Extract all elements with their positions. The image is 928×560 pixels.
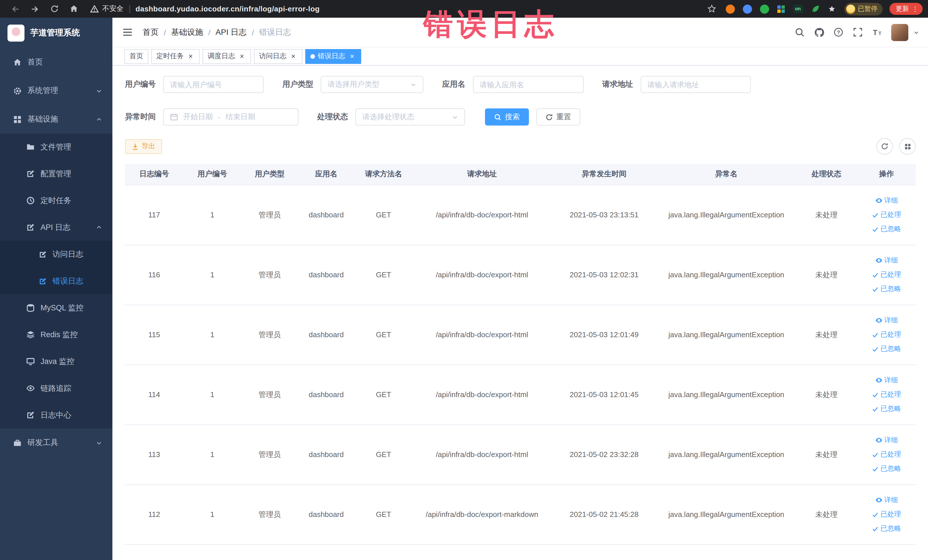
sidebar-item-dev-tools[interactable]: 研发工具	[0, 429, 112, 457]
tab-close-icon[interactable]: ×	[289, 52, 297, 60]
request-url-input[interactable]	[640, 76, 751, 93]
tab-dispatch-log[interactable]: 调度日志 ×	[203, 49, 251, 64]
export-button[interactable]: 导出	[125, 139, 162, 154]
sidebar-item-error-log[interactable]: 错误日志	[0, 268, 112, 294]
sidebar-item-scheduled-task[interactable]: 定时任务	[0, 187, 112, 214]
bookmark-star-icon[interactable]	[707, 4, 717, 14]
user-type-select[interactable]: 请选择用户类型	[321, 76, 423, 93]
font-size-icon[interactable]: TT	[872, 27, 883, 38]
filter-row-1: 用户编号 用户类型 请选择用户类型 应用名	[125, 76, 916, 93]
url-bar[interactable]: dashboard.yudao.iocoder.cn/infra/log/api…	[136, 5, 320, 13]
tab-home[interactable]: 首页	[124, 49, 148, 64]
tab-error-log[interactable]: 错误日志 ×	[305, 49, 361, 64]
grid-icon	[13, 115, 22, 124]
sidebar-item-java-monitor[interactable]: Java 监控	[0, 348, 112, 375]
application-window: 不安全 dashboard.yudao.iocoder.cn/infra/log…	[0, 0, 928, 560]
refresh-table-button[interactable]	[876, 138, 893, 155]
search-button[interactable]: 搜索	[485, 108, 529, 125]
process-status-select[interactable]: 请选择处理状态	[356, 108, 465, 125]
breadcrumb-infrastructure[interactable]: 基础设施	[171, 27, 203, 37]
sidebar-item-access-log[interactable]: 访问日志	[0, 241, 112, 268]
cell-status: 未处理	[796, 245, 857, 305]
sidebar-item-mysql-monitor[interactable]: MySQL 监控	[0, 294, 112, 321]
action-processed-link[interactable]: 已处理	[872, 210, 901, 220]
sidebar-item-config-mgmt[interactable]: 配置管理	[0, 160, 112, 187]
cell-url: /api/infra/db-doc/export-html	[413, 424, 551, 484]
reset-button[interactable]: 重置	[536, 108, 580, 125]
action-processed-link[interactable]: 已处理	[872, 390, 901, 400]
extension-paw-icon[interactable]	[827, 5, 836, 13]
cell-method: GET	[354, 305, 413, 365]
app-logo[interactable]: 芋道管理系统	[0, 18, 112, 48]
action-detail-link[interactable]: 详细	[875, 196, 898, 205]
browser-menu-dots-icon[interactable]: ⋮	[912, 5, 919, 12]
briefcase-icon	[13, 438, 22, 447]
sidebar-item-system-mgmt[interactable]: 系统管理	[0, 76, 112, 105]
action-detail-link[interactable]: 详细	[875, 375, 898, 385]
column-settings-button[interactable]	[899, 138, 916, 155]
chevron-down-icon	[452, 114, 458, 120]
extension-grid-icon[interactable]	[777, 5, 785, 13]
action-processed-link[interactable]: 已处理	[872, 450, 901, 459]
user-id-input[interactable]	[163, 76, 264, 93]
action-detail-link[interactable]: 详细	[875, 316, 898, 325]
app-name-input[interactable]	[473, 76, 583, 93]
cell-status: 未处理	[796, 484, 857, 544]
action-processed-link[interactable]: 已处理	[872, 270, 901, 279]
tab-scheduled-task[interactable]: 定时任务 ×	[151, 49, 200, 64]
sidebar-collapse-icon[interactable]	[122, 26, 133, 38]
update-button[interactable]: 更新 ⋮	[890, 3, 923, 15]
action-ignored-link[interactable]: 已忽略	[872, 524, 901, 534]
action-ignored-link[interactable]: 已忽略	[872, 464, 901, 473]
cell-method: GET	[354, 484, 413, 544]
breadcrumb-api-log[interactable]: API 日志	[216, 27, 247, 37]
user-avatar[interactable]	[891, 24, 908, 41]
exception-time-range-picker[interactable]: 开始日期 - 结束日期	[163, 108, 298, 125]
sidebar-item-log-center[interactable]: 日志中心	[0, 402, 112, 429]
sidebar-item-infrastructure[interactable]: 基础设施	[0, 105, 112, 134]
fullscreen-icon[interactable]	[852, 27, 863, 38]
action-ignored-link[interactable]: 已忽略	[872, 284, 901, 294]
tab-close-icon[interactable]: ×	[348, 52, 356, 60]
tab-close-icon[interactable]: ×	[186, 52, 195, 60]
action-ignored-link[interactable]: 已忽略	[872, 344, 901, 354]
cell-actions: 详细已处理已忽略	[857, 305, 916, 365]
sidebar-item-redis-monitor[interactable]: Redis 监控	[0, 321, 112, 348]
eye-icon	[875, 197, 882, 204]
extension-leaf-icon[interactable]	[811, 5, 820, 13]
cell-exception: java.lang.IllegalArgumentException	[657, 245, 795, 305]
browser-reload-icon[interactable]	[49, 4, 60, 14]
help-icon[interactable]: ?	[833, 27, 844, 38]
sidebar-item-file-mgmt[interactable]: 文件管理	[0, 134, 112, 160]
security-indicator[interactable]: 不安全	[90, 4, 124, 14]
cell-log_id: 115	[125, 305, 183, 365]
clock-icon	[26, 196, 35, 205]
action-detail-link[interactable]: 详细	[875, 495, 898, 505]
action-detail-link[interactable]: 详细	[875, 256, 898, 265]
sidebar-item-home[interactable]: 首页	[0, 48, 112, 76]
extension-blue-icon[interactable]	[743, 4, 752, 14]
breadcrumb-home[interactable]: 首页	[143, 27, 159, 37]
github-icon[interactable]	[814, 27, 824, 38]
action-processed-link[interactable]: 已处理	[872, 510, 901, 519]
sidebar-item-trace[interactable]: 链路追踪	[0, 375, 112, 402]
tab-close-icon[interactable]: ×	[238, 52, 246, 60]
extension-on-badge-icon[interactable]: on	[793, 5, 803, 13]
extension-green-icon[interactable]	[760, 4, 769, 14]
sidebar-item-api-log[interactable]: API 日志	[0, 214, 112, 241]
avatar-caret-icon[interactable]	[913, 29, 919, 35]
search-icon[interactable]	[794, 27, 805, 38]
action-processed-link[interactable]: 已处理	[872, 330, 901, 339]
browser-profile-chip[interactable]: 已暂停	[844, 3, 883, 15]
browser-back-icon[interactable]	[10, 4, 21, 14]
action-ignored-link[interactable]: 已忽略	[872, 404, 901, 414]
browser-forward-icon[interactable]	[30, 4, 40, 14]
tab-access-log[interactable]: 访问日志 ×	[254, 49, 302, 64]
action-ignored-link[interactable]: 已忽略	[872, 224, 901, 234]
cell-user_type: 管理员	[241, 424, 298, 484]
browser-home-icon[interactable]	[69, 4, 79, 14]
action-detail-link[interactable]: 详细	[875, 435, 898, 445]
cell-user_type: 管理员	[241, 305, 298, 365]
request-url-label: 请求地址	[602, 79, 633, 90]
extension-orange-icon[interactable]	[725, 4, 734, 14]
